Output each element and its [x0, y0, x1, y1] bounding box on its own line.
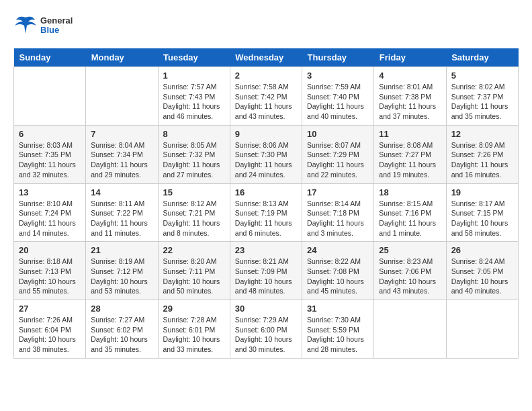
day-info: Sunrise: 8:12 AMSunset: 7:21 PMDaylight:… [163, 199, 225, 238]
day-number: 4 [379, 71, 441, 81]
week-row-3: 13 Sunrise: 8:10 AMSunset: 7:24 PMDaylig… [14, 183, 519, 242]
calendar-cell: 20 Sunrise: 8:18 AMSunset: 7:13 PMDaylig… [14, 242, 86, 300]
day-number: 3 [307, 71, 369, 81]
day-info: Sunrise: 8:18 AMSunset: 7:13 PMDaylight:… [19, 257, 81, 296]
logo-bird-icon [13, 13, 38, 38]
logo: General Blue [13, 13, 73, 38]
day-info: Sunrise: 8:08 AMSunset: 7:27 PMDaylight:… [379, 140, 441, 180]
day-number: 10 [307, 129, 369, 139]
calendar-cell: 12 Sunrise: 8:09 AMSunset: 7:26 PMDaylig… [446, 125, 518, 183]
day-info: Sunrise: 7:27 AMSunset: 6:02 PMDaylight:… [91, 315, 152, 355]
day-number: 22 [163, 245, 225, 255]
calendar-cell: 5 Sunrise: 8:02 AMSunset: 7:37 PMDayligh… [446, 67, 518, 126]
day-info: Sunrise: 8:22 AMSunset: 7:08 PMDaylight:… [307, 257, 369, 296]
week-row-1: 1 Sunrise: 7:57 AMSunset: 7:43 PMDayligh… [14, 67, 519, 126]
calendar-cell [14, 67, 86, 126]
calendar-cell: 25 Sunrise: 8:23 AMSunset: 7:06 PMDaylig… [374, 242, 446, 300]
day-number: 21 [91, 245, 152, 255]
day-info: Sunrise: 8:20 AMSunset: 7:11 PMDaylight:… [163, 257, 225, 296]
day-number: 6 [19, 129, 81, 139]
day-info: Sunrise: 8:06 AMSunset: 7:30 PMDaylight:… [235, 140, 297, 180]
day-info: Sunrise: 8:11 AMSunset: 7:22 PMDaylight:… [91, 199, 152, 238]
week-row-5: 27 Sunrise: 7:26 AMSunset: 6:04 PMDaylig… [14, 300, 519, 359]
day-number: 2 [235, 71, 297, 81]
calendar-cell [86, 67, 158, 126]
calendar-cell: 31 Sunrise: 7:30 AMSunset: 5:59 PMDaylig… [302, 300, 374, 359]
column-header-thursday: Thursday [302, 48, 374, 67]
day-info: Sunrise: 7:28 AMSunset: 6:01 PMDaylight:… [163, 315, 225, 355]
column-header-friday: Friday [374, 48, 446, 67]
calendar-cell [374, 300, 446, 359]
calendar-cell: 19 Sunrise: 8:17 AMSunset: 7:15 PMDaylig… [446, 183, 518, 242]
day-info: Sunrise: 8:14 AMSunset: 7:18 PMDaylight:… [307, 199, 369, 238]
day-number: 8 [163, 129, 225, 139]
day-number: 27 [19, 304, 81, 314]
calendar-cell: 22 Sunrise: 8:20 AMSunset: 7:11 PMDaylig… [158, 242, 230, 300]
day-info: Sunrise: 8:15 AMSunset: 7:16 PMDaylight:… [379, 199, 441, 238]
week-row-2: 6 Sunrise: 8:03 AMSunset: 7:35 PMDayligh… [14, 125, 519, 183]
day-number: 12 [451, 129, 513, 139]
calendar-cell: 2 Sunrise: 7:58 AMSunset: 7:42 PMDayligh… [230, 67, 302, 126]
calendar-cell: 6 Sunrise: 8:03 AMSunset: 7:35 PMDayligh… [14, 125, 86, 183]
calendar-cell: 1 Sunrise: 7:57 AMSunset: 7:43 PMDayligh… [158, 67, 230, 126]
logo-text-blue: Blue [40, 26, 73, 35]
column-header-wednesday: Wednesday [230, 48, 302, 67]
day-number: 30 [235, 304, 297, 314]
day-info: Sunrise: 8:24 AMSunset: 7:05 PMDaylight:… [451, 257, 513, 296]
day-info: Sunrise: 8:17 AMSunset: 7:15 PMDaylight:… [451, 199, 513, 238]
calendar-cell: 13 Sunrise: 8:10 AMSunset: 7:24 PMDaylig… [14, 183, 86, 242]
day-info: Sunrise: 7:29 AMSunset: 6:00 PMDaylight:… [235, 315, 297, 355]
calendar-cell: 9 Sunrise: 8:06 AMSunset: 7:30 PMDayligh… [230, 125, 302, 183]
header-row: SundayMondayTuesdayWednesdayThursdayFrid… [14, 48, 519, 67]
calendar-cell: 26 Sunrise: 8:24 AMSunset: 7:05 PMDaylig… [446, 242, 518, 300]
day-number: 14 [91, 187, 152, 197]
day-info: Sunrise: 7:30 AMSunset: 5:59 PMDaylight:… [307, 315, 369, 355]
day-number: 24 [307, 245, 369, 255]
day-number: 1 [163, 71, 225, 81]
day-info: Sunrise: 7:26 AMSunset: 6:04 PMDaylight:… [19, 315, 81, 355]
calendar-cell: 30 Sunrise: 7:29 AMSunset: 6:00 PMDaylig… [230, 300, 302, 359]
calendar-cell: 14 Sunrise: 8:11 AMSunset: 7:22 PMDaylig… [86, 183, 158, 242]
calendar-cell: 4 Sunrise: 8:01 AMSunset: 7:38 PMDayligh… [374, 67, 446, 126]
calendar-cell: 10 Sunrise: 8:07 AMSunset: 7:29 PMDaylig… [302, 125, 374, 183]
day-number: 28 [91, 304, 152, 314]
page-header: General Blue [13, 13, 519, 38]
day-info: Sunrise: 8:19 AMSunset: 7:12 PMDaylight:… [91, 257, 152, 296]
day-info: Sunrise: 8:10 AMSunset: 7:24 PMDaylight:… [19, 199, 81, 238]
day-info: Sunrise: 8:01 AMSunset: 7:38 PMDaylight:… [379, 82, 441, 122]
calendar-cell: 11 Sunrise: 8:08 AMSunset: 7:27 PMDaylig… [374, 125, 446, 183]
column-header-saturday: Saturday [446, 48, 518, 67]
day-info: Sunrise: 8:05 AMSunset: 7:32 PMDaylight:… [163, 140, 225, 180]
column-header-tuesday: Tuesday [158, 48, 230, 67]
day-number: 9 [235, 129, 297, 139]
day-info: Sunrise: 8:07 AMSunset: 7:29 PMDaylight:… [307, 140, 369, 180]
column-header-sunday: Sunday [14, 48, 86, 67]
day-info: Sunrise: 8:09 AMSunset: 7:26 PMDaylight:… [451, 140, 513, 180]
calendar-cell: 23 Sunrise: 8:21 AMSunset: 7:09 PMDaylig… [230, 242, 302, 300]
day-number: 18 [379, 187, 441, 197]
day-number: 13 [19, 187, 81, 197]
day-number: 26 [451, 245, 513, 255]
calendar-cell [446, 300, 518, 359]
calendar-cell: 18 Sunrise: 8:15 AMSunset: 7:16 PMDaylig… [374, 183, 446, 242]
calendar-cell: 16 Sunrise: 8:13 AMSunset: 7:19 PMDaylig… [230, 183, 302, 242]
calendar-table: SundayMondayTuesdayWednesdayThursdayFrid… [13, 48, 519, 359]
day-info: Sunrise: 8:03 AMSunset: 7:35 PMDaylight:… [19, 140, 81, 180]
calendar-cell: 21 Sunrise: 8:19 AMSunset: 7:12 PMDaylig… [86, 242, 158, 300]
day-number: 11 [379, 129, 441, 139]
day-info: Sunrise: 8:13 AMSunset: 7:19 PMDaylight:… [235, 199, 297, 238]
day-number: 7 [91, 129, 152, 139]
day-info: Sunrise: 8:23 AMSunset: 7:06 PMDaylight:… [379, 257, 441, 296]
day-number: 20 [19, 245, 81, 255]
calendar-cell: 3 Sunrise: 7:59 AMSunset: 7:40 PMDayligh… [302, 67, 374, 126]
calendar-cell: 15 Sunrise: 8:12 AMSunset: 7:21 PMDaylig… [158, 183, 230, 242]
week-row-4: 20 Sunrise: 8:18 AMSunset: 7:13 PMDaylig… [14, 242, 519, 300]
day-number: 31 [307, 304, 369, 314]
logo-text-general: General [40, 16, 73, 26]
day-info: Sunrise: 7:57 AMSunset: 7:43 PMDaylight:… [163, 82, 225, 122]
day-number: 16 [235, 187, 297, 197]
day-number: 15 [163, 187, 225, 197]
day-number: 29 [163, 304, 225, 314]
calendar-cell: 17 Sunrise: 8:14 AMSunset: 7:18 PMDaylig… [302, 183, 374, 242]
day-info: Sunrise: 8:21 AMSunset: 7:09 PMDaylight:… [235, 257, 297, 296]
